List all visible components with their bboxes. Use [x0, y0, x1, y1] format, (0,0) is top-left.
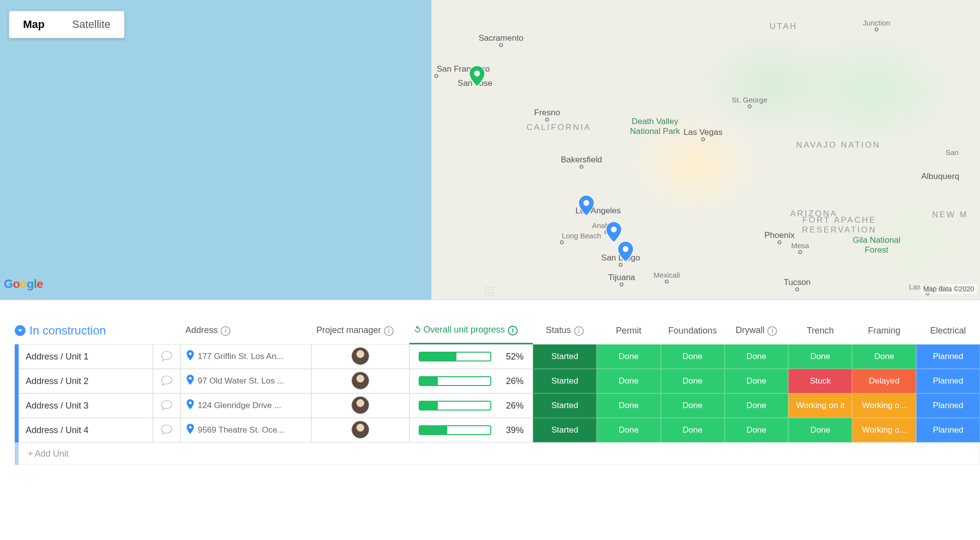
- map-mode-satellite[interactable]: Satellite: [58, 11, 124, 38]
- info-icon[interactable]: i: [574, 326, 584, 336]
- chat-icon[interactable]: [153, 418, 181, 442]
- unit-name-cell[interactable]: Address / Unit 2: [19, 369, 152, 393]
- unit-name-cell[interactable]: Address / Unit 4: [19, 418, 152, 442]
- status-cell[interactable]: Started: [533, 369, 597, 393]
- map-pin[interactable]: [618, 241, 633, 262]
- map-city-dot: [875, 27, 879, 31]
- row-stripe: [15, 344, 19, 369]
- avatar: [352, 421, 369, 438]
- trench-cell[interactable]: Working on it: [788, 393, 852, 418]
- electrical-cell[interactable]: Planned: [916, 369, 980, 393]
- framing-cell[interactable]: Delayed: [852, 369, 916, 393]
- table-row[interactable]: Address / Unit 49569 Theatre St. Oce...3…: [15, 418, 980, 442]
- info-icon[interactable]: i: [384, 326, 394, 336]
- permit-cell[interactable]: Done: [597, 393, 660, 418]
- unit-name-cell[interactable]: Address / Unit 3: [19, 393, 152, 418]
- add-unit-row: + Add Unit: [15, 442, 980, 465]
- col-electrical[interactable]: Electrical: [916, 320, 980, 344]
- pm-cell[interactable]: [311, 369, 409, 393]
- foundations-cell[interactable]: Done: [661, 369, 725, 393]
- drywall-cell[interactable]: Done: [725, 369, 788, 393]
- foundations-cell[interactable]: Done: [661, 393, 725, 418]
- col-drywall[interactable]: Drywalli: [725, 320, 788, 344]
- drywall-cell[interactable]: Done: [725, 418, 788, 442]
- trench-cell[interactable]: Done: [788, 418, 852, 442]
- map-mode-map[interactable]: Map: [9, 11, 58, 38]
- svg-point-6: [189, 401, 192, 404]
- address-cell[interactable]: 97 Old Water St. Los ...: [180, 369, 311, 393]
- map-pin[interactable]: [469, 66, 485, 86]
- pm-cell[interactable]: [311, 393, 409, 418]
- map-city-dot: [560, 240, 564, 244]
- map-panel[interactable]: SacramentoSan FranciscoSan JoseFresnoCAL…: [0, 0, 980, 300]
- map-city-label: FORT APACHE RESERVATION: [802, 215, 877, 235]
- add-unit-button[interactable]: + Add Unit: [19, 442, 980, 465]
- address-cell[interactable]: 124 Glenridge Drive ...: [180, 393, 311, 418]
- group-toggle[interactable]: In construction: [15, 324, 176, 337]
- table-row[interactable]: Address / Unit 297 Old Water St. Los ...…: [15, 369, 980, 393]
- status-cell[interactable]: Started: [533, 418, 597, 442]
- map-city-dot: [665, 280, 669, 283]
- col-status[interactable]: Statusi: [533, 320, 597, 344]
- framing-cell[interactable]: Working o...: [852, 393, 916, 418]
- permit-cell[interactable]: Done: [597, 369, 660, 393]
- col-framing[interactable]: Framing: [852, 320, 916, 344]
- permit-cell[interactable]: Done: [597, 418, 660, 442]
- table-row[interactable]: Address / Unit 1177 Griffin St. Los An..…: [15, 344, 980, 369]
- foundations-cell[interactable]: Done: [661, 418, 725, 442]
- foundations-cell[interactable]: Done: [661, 344, 725, 369]
- map-city-label: St. George: [732, 96, 768, 104]
- map-pin[interactable]: [578, 195, 594, 216]
- progress-cell[interactable]: 26%: [409, 393, 533, 418]
- trench-cell[interactable]: Stuck: [788, 369, 852, 393]
- address-cell[interactable]: 177 Griffin St. Los An...: [180, 344, 311, 369]
- electrical-cell[interactable]: Planned: [916, 344, 980, 369]
- col-address[interactable]: Addressi: [180, 320, 311, 344]
- chat-icon[interactable]: [153, 344, 181, 369]
- info-icon[interactable]: i: [221, 326, 230, 336]
- pin-icon: [186, 350, 195, 363]
- map-city-label: Junction: [863, 19, 890, 27]
- map-city-label: Fresno: [534, 108, 560, 118]
- col-pm[interactable]: Project manageri: [311, 320, 409, 344]
- map-attribution: Map data ©2020: [920, 284, 977, 294]
- svg-point-0: [474, 71, 480, 77]
- table-row[interactable]: Address / Unit 3124 Glenridge Drive ...2…: [15, 393, 980, 418]
- map-city-dot: [545, 118, 549, 122]
- row-stripe: [15, 393, 19, 418]
- framing-cell[interactable]: Working o...: [852, 418, 916, 442]
- progress-cell[interactable]: 39%: [409, 418, 533, 442]
- progress-cell[interactable]: 52%: [409, 344, 533, 369]
- col-trench[interactable]: Trench: [788, 320, 852, 344]
- permit-cell[interactable]: Done: [597, 344, 660, 369]
- framing-cell[interactable]: Done: [852, 344, 916, 369]
- chat-icon[interactable]: [153, 393, 181, 418]
- address-cell[interactable]: 9569 Theatre St. Oce...: [180, 418, 311, 442]
- map-city-label: Mesa: [791, 241, 809, 250]
- resize-handle[interactable]: ::::::::: [485, 285, 495, 297]
- status-cell[interactable]: Started: [533, 344, 597, 369]
- info-icon[interactable]: i: [508, 326, 518, 335]
- map-pin[interactable]: [606, 222, 622, 242]
- map-city-label: Las Vegas: [683, 128, 722, 137]
- progress-cell[interactable]: 26%: [409, 369, 533, 393]
- drywall-cell[interactable]: Done: [725, 344, 788, 369]
- map-city-label: Death Valley National Park: [630, 117, 680, 136]
- info-icon[interactable]: i: [767, 326, 777, 336]
- electrical-cell[interactable]: Planned: [916, 393, 980, 418]
- electrical-cell[interactable]: Planned: [916, 418, 980, 442]
- svg-point-3: [623, 246, 628, 252]
- drywall-cell[interactable]: Done: [725, 393, 788, 418]
- status-cell[interactable]: Started: [533, 393, 597, 418]
- pm-cell[interactable]: [311, 344, 409, 369]
- col-foundations[interactable]: Foundations: [661, 320, 725, 344]
- map-city-label: Bakersfield: [561, 155, 602, 165]
- unit-name-cell[interactable]: Address / Unit 1: [19, 344, 152, 369]
- map-city-label: Tucson: [783, 278, 810, 287]
- col-permit[interactable]: Permit: [597, 320, 660, 344]
- trench-cell[interactable]: Done: [788, 344, 852, 369]
- map-city-dot: [434, 74, 438, 78]
- col-progress[interactable]: ↺Overall unit progressi: [409, 320, 533, 344]
- chat-icon[interactable]: [153, 369, 181, 393]
- pm-cell[interactable]: [311, 418, 409, 442]
